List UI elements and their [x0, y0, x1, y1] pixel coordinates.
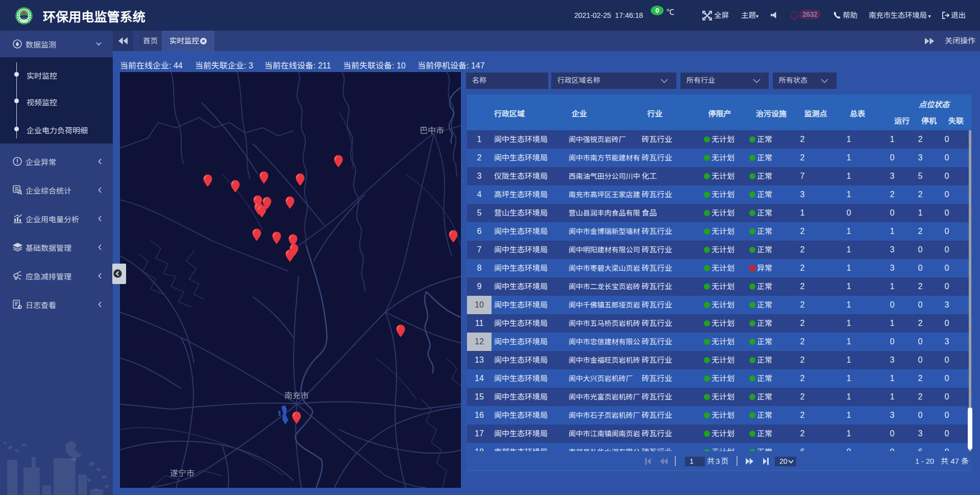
svg-text:遂宁市: 遂宁市	[170, 469, 194, 478]
svg-text:南充市: 南充市	[284, 391, 309, 400]
svg-text:巴中市: 巴中市	[420, 126, 444, 135]
